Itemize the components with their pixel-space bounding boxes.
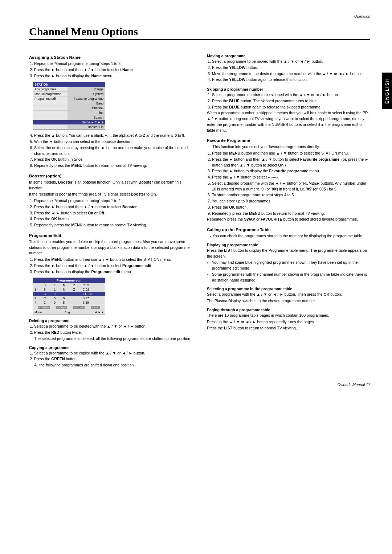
pe-title: Programme edit xyxy=(33,278,105,283)
table-cell: System xyxy=(68,92,105,97)
list-item: Press the ► button to display the Progra… xyxy=(34,269,192,275)
table-cell: 0 xyxy=(52,300,61,305)
list-item: Select a programme to be deleted with th… xyxy=(34,324,192,329)
table-row: Any programmeRange xyxy=(33,87,105,92)
step-text: Press the ► button to display the Name m… xyxy=(34,74,113,78)
list-item: Repeat the 'Manual programme tuning' ste… xyxy=(34,198,192,204)
list-item: Press the ▲ button. You can use a blank,… xyxy=(34,133,192,139)
table-row: I C0 7 C 16 xyxy=(33,292,105,296)
pe-nav-page: Page xyxy=(65,311,72,314)
list-item: Repeatedly press the MENU button to retu… xyxy=(212,211,370,217)
pe-footer: • Delete • Copy • Move • Skip xyxy=(33,305,105,310)
list-item: You may find some blue highlighted progr… xyxy=(212,260,370,271)
table-cell: S 27 xyxy=(81,296,105,300)
list-item: With the ▼ button you can select in the … xyxy=(34,139,192,145)
deleting-note: The selected programme is deleted, all t… xyxy=(34,336,192,342)
table-cell: Fine xyxy=(68,111,105,115)
dash-char: - xyxy=(210,144,211,150)
pe-footer-item: • Copy xyxy=(56,306,67,309)
content-area: Assigning a Station Name Repeat the 'Man… xyxy=(29,50,370,369)
favourite-heading: Favourite Programme xyxy=(207,138,370,143)
table-cell: Z xyxy=(72,283,81,287)
table-cell: C 02 xyxy=(81,287,105,292)
list-item: Press the OK button. xyxy=(34,216,192,222)
booster-note: If the reception is poor at the fringe a… xyxy=(29,192,192,197)
english-sidebar-label: ENGLISH xyxy=(382,73,392,109)
calling-up-intro-dash: - You can check the programmes stored in… xyxy=(207,233,370,239)
moving-programme-section: Moving a programme Select a programme to… xyxy=(207,54,370,83)
table-cell: Band xyxy=(68,101,105,106)
list-item: Press the ► button and then ▲ / ▼ button… xyxy=(34,263,192,269)
table-cell: C xyxy=(42,292,52,296)
table-cell: L xyxy=(52,283,61,287)
paging-text: There are 10 programme table pages in wh… xyxy=(207,313,370,319)
table-row: Manual programmeSystem xyxy=(33,92,105,97)
pe-nav-menu: Menu xyxy=(34,311,42,314)
table-cell: Search xyxy=(68,115,105,120)
step-text: Press the ► button and then ▲ / ▼ button… xyxy=(34,67,134,72)
list-item: Press the OK button. xyxy=(212,205,370,210)
table-row: Band xyxy=(33,101,105,106)
deleting-heading: Deleting a programme xyxy=(29,319,192,323)
table-row: Fine xyxy=(33,111,105,115)
page-title: Channel Menu Options xyxy=(29,25,370,40)
programme-edit-heading: Programme Edit xyxy=(29,233,192,238)
booster-option-section: Booster (option) In some models, Booster… xyxy=(29,174,192,228)
menu-title-bar: STATION xyxy=(33,82,105,87)
table-cell: I xyxy=(33,292,42,296)
table-cell: C 02 xyxy=(81,283,105,287)
table-cell: Range xyxy=(68,87,105,92)
assigning-steps-continued: Press the ▲ button. You can use a blank,… xyxy=(29,133,192,169)
list-item: Repeatedly press the MENU button to retu… xyxy=(34,222,192,228)
list-item: Press the ► button to display the Favour… xyxy=(212,168,370,174)
dash-item: - This function lets you select your fav… xyxy=(210,144,370,150)
table-cell: Manual programme xyxy=(33,92,68,97)
list-item: Press the MENU button and then use ▲ / ▼… xyxy=(212,151,370,156)
list-item: To store another programme, repeat steps… xyxy=(212,192,370,198)
pe-footer-item: • Delete xyxy=(38,306,50,309)
table-row: Search xyxy=(33,115,105,120)
table-cell xyxy=(33,101,68,106)
right-column: Moving a programme Select a programme to… xyxy=(207,50,370,369)
table-cell: C xyxy=(42,296,52,300)
table-cell: 4 xyxy=(33,300,42,305)
favourite-steps: Press the MENU button and then use ▲ / ▼… xyxy=(207,151,370,216)
table-cell: B xyxy=(42,287,52,292)
paging-text3: Press the LIST button to return to norma… xyxy=(207,325,370,331)
footer-text: Owner's Manual 17 xyxy=(338,382,370,387)
paging-text2: Pressing the ▲ / ▼ or ◄ / ► button repea… xyxy=(207,319,370,325)
list-item: Move the programme to the desired progra… xyxy=(212,71,370,77)
favourite-programme-section: Favourite Programme - This function lets… xyxy=(207,138,370,222)
favourite-intro-text: This function lets you select your favou… xyxy=(213,144,320,150)
table-row: Booster On xyxy=(33,125,105,130)
list-item: Repeat the 'Manual programme tuning' ste… xyxy=(34,61,192,67)
table-cell: Booster On xyxy=(68,125,105,130)
list-item: Select a desired programme with the ◄ / … xyxy=(212,181,370,192)
table-cell: N xyxy=(61,283,72,287)
page-wrapper: Operation ENGLISH Channel Menu Options A… xyxy=(0,0,392,554)
list-item: Press the ► button and then ▲ / ▼ button… xyxy=(212,157,370,168)
list-item: Press the YELLOW button. xyxy=(212,65,370,71)
list-item: Press the OK button in twice. xyxy=(34,157,192,163)
copying-programme-section: Copying a programme Select a programme t… xyxy=(29,345,192,368)
selecting-heading: Selecting a programme in the programme t… xyxy=(207,287,370,291)
table-cell: L xyxy=(52,287,61,292)
paging-heading: Paging through a programme table xyxy=(207,308,370,312)
list-item: Press the GREEN button. xyxy=(34,356,192,362)
list-item: Press the BLUE button again to release t… xyxy=(212,104,370,110)
list-item: Some programmes with the channel number … xyxy=(212,272,370,283)
table-cell xyxy=(33,283,42,287)
pe-footer-item: • Move xyxy=(73,306,85,309)
table-cell: 0 xyxy=(52,292,61,296)
table-cell: 2 xyxy=(33,296,42,300)
table-row: 4 C05 S 39 xyxy=(33,300,105,305)
table-cell xyxy=(33,115,68,120)
moving-steps: Select a programme to be moved with the … xyxy=(207,59,370,83)
selecting-note: The Plasma Display switches to the chose… xyxy=(207,298,370,304)
copying-steps: Select a programme to be copied with the… xyxy=(29,350,192,362)
calling-up-intro-text: You can check the programmes stored in t… xyxy=(213,233,363,239)
page-footer: Owner's Manual 17 xyxy=(29,380,370,387)
table-cell xyxy=(72,296,81,300)
dash-item: - You can check the programmes stored in… xyxy=(210,233,370,239)
table-cell: C xyxy=(42,300,52,305)
